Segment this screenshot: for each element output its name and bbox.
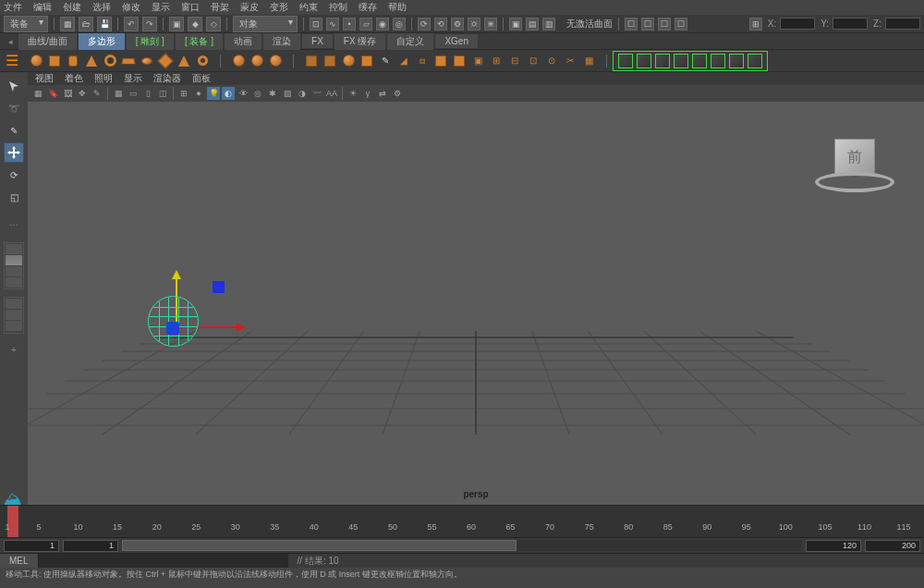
combine-icon[interactable] xyxy=(303,53,320,69)
menu-control[interactable]: 控制 xyxy=(329,1,347,14)
sym-obj-icon[interactable] xyxy=(673,53,689,69)
vp-ao-icon[interactable]: ◑ xyxy=(296,87,309,100)
vp-xray-joints-icon[interactable]: ✱ xyxy=(266,87,279,100)
toggle-d-icon[interactable]: ☐ xyxy=(675,18,687,31)
move-gizmo[interactable] xyxy=(148,259,268,351)
menu-file[interactable]: 文件 xyxy=(4,1,22,14)
poly-svg-icon[interactable] xyxy=(249,53,265,69)
multicut-icon[interactable]: ✂ xyxy=(562,53,578,69)
target-weld-icon[interactable]: ⊙ xyxy=(543,53,560,69)
z-input[interactable] xyxy=(885,18,920,30)
menu-cache[interactable]: 缓存 xyxy=(359,1,377,14)
vp-2d-pan-icon[interactable]: ✥ xyxy=(76,87,89,100)
redo-icon[interactable]: ↷ xyxy=(142,17,157,31)
time-slider[interactable]: 1510152025303540455055606570758085909510… xyxy=(0,505,924,538)
tab-animation[interactable]: 动画 xyxy=(225,33,261,50)
toggle-b-icon[interactable]: ☐ xyxy=(641,18,654,31)
graph-toggle[interactable] xyxy=(6,310,22,320)
poly-superellipse-icon[interactable] xyxy=(267,53,284,69)
cmd-input[interactable] xyxy=(39,554,288,568)
rotate-tool[interactable]: ⟳ xyxy=(4,165,24,185)
tab-polygons[interactable]: 多边形 xyxy=(79,33,125,50)
vp-grid-icon[interactable]: ▦ xyxy=(112,87,125,100)
range-start-input[interactable] xyxy=(63,540,118,552)
axis-z-handle[interactable] xyxy=(166,322,179,335)
vp-aa-icon[interactable]: AA xyxy=(325,87,338,100)
construction2-icon[interactable]: ⛭ xyxy=(468,18,480,31)
sym-topo-icon[interactable] xyxy=(710,53,726,69)
vp-resolution-gate-icon[interactable]: ▯ xyxy=(141,87,154,100)
vp-exposure-icon[interactable]: ☀ xyxy=(346,87,359,100)
snap-view-icon[interactable]: ◎ xyxy=(393,18,406,31)
move-tool[interactable] xyxy=(4,142,24,163)
menu-skin[interactable]: 蒙皮 xyxy=(240,1,259,14)
menuset-dropdown[interactable]: 装备 xyxy=(4,16,48,32)
save-scene-icon[interactable]: 💾 xyxy=(97,17,112,31)
poly-pipe-icon[interactable] xyxy=(194,53,211,69)
layout-two-side[interactable] xyxy=(6,266,22,276)
menu-help[interactable]: 帮助 xyxy=(388,1,407,14)
history-off-icon[interactable]: ⟲ xyxy=(434,18,447,31)
poly-cube-icon[interactable] xyxy=(46,53,63,69)
view-cube-face[interactable]: 前 xyxy=(834,139,875,176)
vp-textured-icon[interactable]: ▨ xyxy=(281,87,294,100)
shelf-menu-icon[interactable]: ☰ xyxy=(4,53,20,69)
vp-smoothshade-icon[interactable]: ● xyxy=(192,87,205,100)
bridge-icon[interactable]: ⧈ xyxy=(414,53,431,69)
poly-disc-icon[interactable] xyxy=(139,53,155,69)
y-input[interactable] xyxy=(833,18,868,30)
anim-start-input[interactable] xyxy=(4,540,59,552)
panel-show[interactable]: 显示 xyxy=(124,72,142,85)
history-icon[interactable]: ⟳ xyxy=(418,18,431,31)
open-scene-icon[interactable]: 🗁 xyxy=(79,17,93,31)
vp-gamma-icon[interactable]: γ xyxy=(361,87,374,100)
separate-icon[interactable] xyxy=(322,53,338,69)
cmd-lang-toggle[interactable]: MEL xyxy=(0,554,39,568)
shelf-collapse-icon[interactable]: ◂ xyxy=(4,35,17,48)
tab-curves[interactable]: 曲线/曲面 xyxy=(18,33,77,50)
new-scene-icon[interactable]: ▦ xyxy=(60,17,75,31)
panel-shading[interactable]: 着色 xyxy=(65,72,83,85)
construction-icon[interactable]: ⚙ xyxy=(451,18,464,31)
bevel-icon[interactable]: ◢ xyxy=(395,53,412,69)
vp-use-all-lights-icon[interactable]: 💡 xyxy=(207,87,220,100)
vp-shadows-icon[interactable]: ◐ xyxy=(222,87,235,100)
layout-two-stacked[interactable] xyxy=(6,277,22,288)
poly-pyramid-icon[interactable] xyxy=(176,53,192,69)
connect-icon[interactable]: ⊞ xyxy=(488,53,505,69)
snap-curve-icon[interactable]: ∿ xyxy=(326,18,339,31)
undo-icon[interactable]: ↶ xyxy=(124,17,139,31)
menu-constrain[interactable]: 约束 xyxy=(299,1,318,14)
scale-tool[interactable]: ◱ xyxy=(4,187,24,207)
fill-icon[interactable] xyxy=(451,53,468,69)
menu-select[interactable]: 选择 xyxy=(92,1,111,14)
menu-create[interactable]: 创建 xyxy=(63,1,81,14)
sym-x-icon[interactable] xyxy=(617,53,634,69)
select-tool[interactable] xyxy=(4,76,24,96)
vp-isolate-icon[interactable]: 👁 xyxy=(237,87,249,100)
view-cube-compass[interactable] xyxy=(815,172,894,192)
vp-image-plane-icon[interactable]: 🖼 xyxy=(61,87,74,100)
panel-view[interactable]: 视图 xyxy=(35,72,54,85)
last-tool[interactable]: ⋯ xyxy=(4,214,24,235)
paint-select-tool[interactable]: ✎ xyxy=(4,120,24,141)
sym-y-icon[interactable] xyxy=(636,53,652,69)
expand-toolbox[interactable]: + xyxy=(4,339,24,360)
axis-z-plane-handle[interactable] xyxy=(213,281,225,293)
sym-world-icon[interactable] xyxy=(691,53,708,69)
tab-rendering[interactable]: 渲染 xyxy=(263,33,300,50)
range-end-input[interactable] xyxy=(806,540,861,552)
snap-point-icon[interactable]: • xyxy=(343,18,356,31)
sel-by-object-icon[interactable]: ◆ xyxy=(188,17,202,31)
construction3-icon[interactable]: ⛯ xyxy=(484,18,497,31)
vp-select-cam-icon[interactable]: ▦ xyxy=(31,87,44,100)
range-slider[interactable] xyxy=(122,540,802,551)
playhead[interactable] xyxy=(7,506,18,537)
tab-fxcache[interactable]: FX 缓存 xyxy=(334,33,386,50)
poly-cone-icon[interactable] xyxy=(83,53,100,69)
poly-cylinder-icon[interactable] xyxy=(65,53,81,69)
viewport-persp[interactable]: 前 persp xyxy=(28,102,924,505)
x-input[interactable] xyxy=(780,18,815,30)
extrude-icon[interactable]: ✎ xyxy=(377,53,394,69)
menu-edit[interactable]: 编辑 xyxy=(33,1,52,14)
